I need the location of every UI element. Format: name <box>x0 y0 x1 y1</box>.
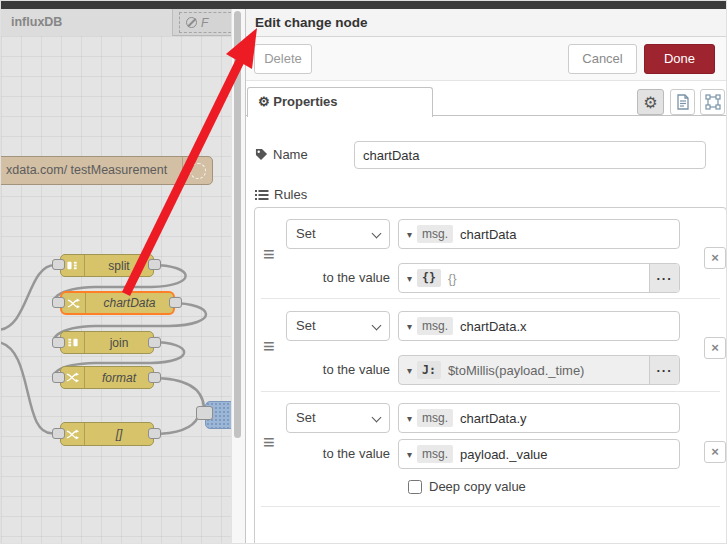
port-in[interactable] <box>52 372 65 383</box>
deep-copy-label: Deep copy value <box>429 479 526 494</box>
rule2-value-input[interactable]: ▾ J: $toMillis(payload._time) ··· <box>398 355 680 385</box>
selected-option: Set <box>296 226 316 241</box>
rule3-property-input[interactable]: ▾ msg. chartData.y <box>398 403 680 433</box>
value-text: {} <box>448 271 457 286</box>
caret-down-icon[interactable]: ▾ <box>407 321 412 332</box>
rule3-remove-button[interactable]: × <box>704 441 726 463</box>
delete-button[interactable]: Delete <box>254 44 312 74</box>
change-icon <box>62 293 86 313</box>
port-out[interactable] <box>148 428 161 439</box>
chevron-down-icon <box>372 229 382 239</box>
description-view-button[interactable] <box>670 89 695 115</box>
property-value: chartData.x <box>460 319 526 334</box>
wire <box>152 378 204 408</box>
wire <box>1 342 54 433</box>
deep-copy-checkbox[interactable] <box>408 480 422 494</box>
node-format-change[interactable]: format <box>60 366 154 389</box>
rule-separator <box>261 506 720 507</box>
type-jsonata: J: <box>417 361 441 379</box>
node-label: split <box>85 255 153 276</box>
editor-tab-bar: ⚙ Properties ⚙ <box>246 81 727 116</box>
node-split[interactable]: split <box>60 254 154 277</box>
caret-down-icon[interactable]: ▾ <box>407 365 412 376</box>
port-in[interactable] <box>196 406 213 420</box>
to-the-value-label: to the value <box>276 263 390 293</box>
type-msg: msg. <box>417 225 453 243</box>
properties-view-button[interactable]: ⚙ <box>637 89 664 115</box>
rule1-property-input[interactable]: ▾ msg. chartData <box>398 219 680 249</box>
drag-handle-icon[interactable]: ≡ <box>263 246 275 262</box>
rule-separator <box>261 298 720 299</box>
rule2-remove-button[interactable]: × <box>704 337 726 359</box>
rule1-action-select[interactable]: Set <box>286 219 390 249</box>
port-in[interactable] <box>52 259 65 270</box>
type-msg: msg. <box>417 409 453 427</box>
selected-option: Set <box>296 318 316 333</box>
tag-icon <box>255 148 268 161</box>
tab-influxdb[interactable]: influxDB <box>1 9 173 36</box>
rule2-property-input[interactable]: ▾ msg. chartData.x <box>398 311 680 341</box>
disabled-flow-icon <box>186 17 197 28</box>
caret-down-icon[interactable]: ▾ <box>407 449 412 460</box>
to-the-value-label: to the value <box>276 439 390 469</box>
value-text: payload._value <box>460 447 547 462</box>
node-influxdb-out[interactable]: xdata.com/ testMeasurement <box>0 156 213 185</box>
type-json: {} <box>417 269 441 287</box>
tab-label: Properties <box>273 94 337 109</box>
name-field-label: Name <box>255 147 308 162</box>
tab-properties[interactable]: ⚙ Properties <box>247 87 433 117</box>
port-in[interactable] <box>52 428 65 439</box>
port-out[interactable] <box>169 297 182 308</box>
drag-handle-icon[interactable]: ≡ <box>263 434 275 450</box>
rule-separator <box>261 391 720 392</box>
influxdb-icon <box>182 157 212 184</box>
appearance-icon <box>705 94 721 110</box>
tray-title: Edit change node <box>246 9 727 37</box>
node-chartdata-change[interactable]: chartData <box>60 291 175 315</box>
rule1-value-input[interactable]: ▾ {} {} ··· <box>398 263 680 293</box>
canvas-vertical-scrollbar[interactable] <box>231 9 245 544</box>
to-the-value-label: to the value <box>276 355 390 385</box>
port-in[interactable] <box>52 337 65 348</box>
workspace-tab-bar: influxDB F <box>1 9 245 36</box>
node-join[interactable]: join <box>60 331 154 354</box>
rule3-value-input[interactable]: ▾ msg. payload._value <box>398 439 680 469</box>
deep-copy-option: Deep copy value <box>408 479 526 494</box>
rule2-action-select[interactable]: Set <box>286 311 390 341</box>
caret-down-icon[interactable]: ▾ <box>407 229 412 240</box>
expand-editor-button[interactable]: ··· <box>649 356 679 384</box>
chevron-down-icon <box>372 321 382 331</box>
rule3-action-select[interactable]: Set <box>286 403 390 433</box>
gear-icon: ⚙ <box>258 94 270 109</box>
rules-list: ≡ Set ▾ msg. chartData × to the value ▾ … <box>254 207 727 544</box>
wire <box>1 265 55 330</box>
port-out[interactable] <box>148 337 161 348</box>
document-icon <box>676 94 690 110</box>
expand-editor-button[interactable]: ··· <box>649 264 679 292</box>
tab-label: F <box>201 16 208 30</box>
node-label: join <box>85 332 153 353</box>
rule1-remove-button[interactable]: × <box>704 247 726 269</box>
type-msg: msg. <box>417 445 453 463</box>
port-in[interactable] <box>52 297 65 308</box>
selected-option: Set <box>296 410 316 425</box>
caret-down-icon[interactable]: ▾ <box>407 273 412 284</box>
scrollbar-thumb[interactable] <box>234 11 241 438</box>
type-msg: msg. <box>417 317 453 335</box>
appearance-view-button[interactable] <box>700 89 725 115</box>
node-label: xdata.com/ testMeasurement <box>0 157 167 184</box>
cancel-button[interactable]: Cancel <box>568 44 637 74</box>
drag-handle-icon[interactable]: ≡ <box>263 338 275 354</box>
flow-canvas[interactable]: xdata.com/ testMeasurement split chartDa… <box>1 1 245 544</box>
node-label: format <box>85 367 153 388</box>
property-value: chartData <box>460 227 516 242</box>
edit-tray: Edit change node Delete Cancel Done ⚙ Pr… <box>245 9 727 544</box>
list-icon <box>255 189 269 201</box>
port-out[interactable] <box>148 259 161 270</box>
caret-down-icon[interactable]: ▾ <box>407 413 412 424</box>
name-input[interactable] <box>354 141 706 169</box>
port-out[interactable] <box>148 372 161 383</box>
node-bracket-change[interactable]: [] <box>60 422 154 446</box>
rules-section-label: Rules <box>255 187 307 202</box>
done-button[interactable]: Done <box>644 44 715 74</box>
